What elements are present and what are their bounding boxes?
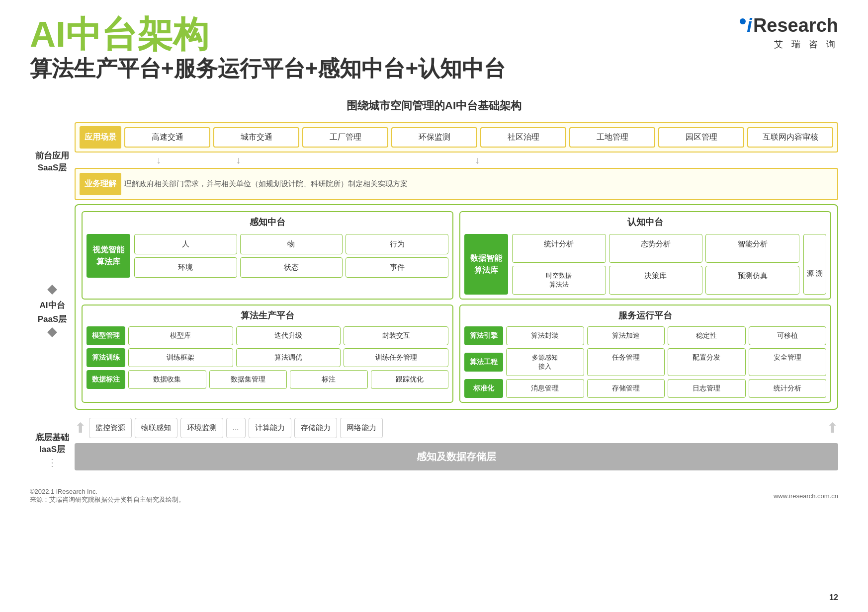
cognition-grid: 统计分析 态势分析 智能分析 时空数据算法法 决策库 预测仿真 bbox=[512, 234, 799, 295]
arrow-down-9 bbox=[758, 154, 834, 166]
page-number: 12 bbox=[829, 593, 838, 602]
arrow-down-4 bbox=[359, 154, 436, 166]
scene-item-1: 高速交通 bbox=[124, 127, 210, 148]
iaas-storage-layer: 感知及数据存储层 bbox=[75, 443, 838, 470]
business-row: 业务理解 理解政府相关部门需求，并与相关单位（如规划设计院、科研院所）制定相关实… bbox=[75, 168, 838, 200]
saas-layer: 应用场景 高速交通 城市交通 工厂管理 环保监测 社区治理 工地管理 园区管理 … bbox=[75, 122, 838, 200]
cognition-platform: 认知中台 数据智能算法库 统计分析 态势分析 智能分析 时空数据算法法 决策库 … bbox=[459, 211, 831, 300]
label-base: 底层基础 bbox=[35, 432, 69, 444]
iaas-item-6: 网络能力 bbox=[340, 418, 383, 438]
train-item-1: 训练框架 bbox=[128, 348, 233, 367]
iaas-section: ⬆ 监控资源 物联感知 环境监测 ... 计算能力 存储能力 网络能力 ⬆ 感知… bbox=[75, 416, 838, 470]
label-items: 数据收集 数据集管理 标注 跟踪优化 bbox=[128, 370, 448, 389]
scene-item-8: 互联网内容审核 bbox=[747, 127, 833, 148]
perception-cell-4: 环境 bbox=[134, 257, 237, 278]
source-text: 来源：艾瑞咨询研究院根据公开资料自主研究及绘制。 bbox=[30, 495, 185, 504]
algo-eng-label: 算法工程 bbox=[464, 353, 503, 372]
scene-item-7: 园区管理 bbox=[658, 127, 744, 148]
engine-item-4: 可移植 bbox=[749, 326, 827, 345]
engine-item-2: 算法加速 bbox=[587, 326, 665, 345]
label-paas: AI中台 PaaS层 bbox=[30, 202, 75, 420]
logo-dot-icon bbox=[740, 18, 746, 24]
std-item-2: 存储管理 bbox=[587, 379, 665, 398]
std-items: 消息管理 存储管理 日志管理 统计分析 bbox=[506, 379, 826, 398]
cog-cell-3: 智能分析 bbox=[705, 234, 799, 263]
algo-engine-label: 算法引擎 bbox=[464, 326, 503, 345]
service-row-2: 算法工程 多源感知接入 任务管理 配置分发 安全管理 bbox=[464, 348, 826, 376]
business-content: 理解政府相关部门需求，并与相关单位（如规划设计院、科研院所）制定相关实现方案 bbox=[124, 179, 833, 189]
footer-website: www.iresearch.com.cn bbox=[774, 492, 838, 500]
service-row-3: 标准化 消息管理 存储管理 日志管理 统计分析 bbox=[464, 379, 826, 398]
iaas-top-row: ⬆ 监控资源 物联感知 环境监测 ... 计算能力 存储能力 网络能力 ⬆ bbox=[75, 416, 838, 440]
label-front-app: 前台应用 bbox=[35, 150, 69, 162]
label-saas-text: SaaS层 bbox=[38, 162, 67, 174]
service-title: 服务运行平台 bbox=[464, 309, 826, 321]
engine-item-1: 算法封装 bbox=[506, 326, 584, 345]
algo-prod-row-1: 模型管理 模型库 迭代升级 封装交互 bbox=[87, 326, 448, 345]
scene-item-3: 工厂管理 bbox=[302, 127, 388, 148]
arrow-down-3 bbox=[279, 154, 356, 166]
iaas-items: 监控资源 物联感知 环境监测 ... 计算能力 存储能力 网络能力 bbox=[89, 418, 824, 438]
label-paas-text: PaaS层 bbox=[38, 313, 67, 325]
diagram: 前台应用 SaaS层 AI中台 PaaS层 底层基础 IaaS层 ⋮ bbox=[30, 122, 838, 480]
logo-i: i bbox=[747, 15, 752, 36]
scene-item-5: 社区治理 bbox=[480, 127, 566, 148]
title-block: AI中台架构 算法生产平台+服务运行平台+感知中台+认知中台 bbox=[30, 15, 506, 93]
algo-eng-item-0: 多源感知接入 bbox=[506, 348, 584, 376]
arrow-down-8 bbox=[678, 154, 755, 166]
std-item-4: 统计分析 bbox=[749, 379, 827, 398]
algo-train-label: 算法训练 bbox=[87, 348, 125, 367]
iaas-arrow-right: ⬆ bbox=[827, 420, 838, 436]
label-saas: 前台应用 SaaS层 bbox=[30, 122, 75, 202]
perception-inner: 视觉智能算法库 人 物 行为 环境 状态 事件 bbox=[87, 234, 448, 278]
cog-cell-2: 态势分析 bbox=[609, 234, 703, 263]
algo-eng-item-1: 任务管理 bbox=[587, 348, 665, 376]
page: AI中台架构 算法生产平台+服务运行平台+感知中台+认知中台 i Researc… bbox=[0, 0, 868, 612]
algo-production-title: 算法生产平台 bbox=[87, 309, 448, 321]
label-item-3: 标注 bbox=[290, 370, 368, 389]
cog-cell-5: 决策库 bbox=[609, 266, 703, 295]
arrow-down-1: ↓ bbox=[120, 154, 197, 166]
cognition-inner: 数据智能算法库 统计分析 态势分析 智能分析 时空数据算法法 决策库 预测仿真 … bbox=[464, 234, 826, 295]
diamond-icon-2 bbox=[47, 328, 57, 338]
label-iaas: 底层基础 IaaS层 ⋮ bbox=[30, 420, 75, 480]
model-item-2: 迭代升级 bbox=[236, 326, 341, 345]
algo-eng-item-3: 安全管理 bbox=[749, 348, 827, 376]
left-labels: 前台应用 SaaS层 AI中台 PaaS层 底层基础 IaaS层 ⋮ bbox=[30, 122, 75, 480]
logo-area: i Research 艾 瑞 咨 询 bbox=[740, 15, 838, 50]
train-item-3: 训练任务管理 bbox=[344, 348, 448, 367]
scene-item-6: 工地管理 bbox=[569, 127, 655, 148]
main-title: AI中台架构 bbox=[30, 15, 506, 54]
std-item-1: 消息管理 bbox=[506, 379, 584, 398]
model-item-1: 模型库 bbox=[128, 326, 233, 345]
engine-item-3: 稳定性 bbox=[668, 326, 746, 345]
paas-top-row: 感知中台 视觉智能算法库 人 物 行为 环境 状态 事件 bbox=[82, 211, 831, 300]
logo-chinese: 艾 瑞 咨 询 bbox=[774, 38, 838, 50]
label-item-4: 跟踪优化 bbox=[371, 370, 449, 389]
train-item-2: 算法调优 bbox=[236, 348, 341, 367]
iaas-item-4: 计算能力 bbox=[249, 418, 291, 438]
paas-bottom-row: 算法生产平台 模型管理 模型库 迭代升级 封装交互 算法训练 bbox=[82, 305, 831, 403]
section-title: 围绕城市空间管理的AI中台基础架构 bbox=[30, 98, 838, 113]
business-label: 业务理解 bbox=[80, 173, 121, 195]
service-row-1: 算法引擎 算法封装 算法加速 稳定性 可移植 bbox=[464, 326, 826, 345]
model-items: 模型库 迭代升级 封装交互 bbox=[128, 326, 448, 345]
data-label-label: 数据标注 bbox=[87, 370, 125, 389]
std-item-3: 日志管理 bbox=[668, 379, 746, 398]
standardize-label: 标准化 bbox=[464, 379, 503, 398]
vision-algo-lib: 视觉智能算法库 bbox=[87, 234, 130, 278]
cog-cell-4: 时空数据算法法 bbox=[512, 266, 606, 295]
engine-items: 算法封装 算法加速 稳定性 可移植 bbox=[506, 326, 826, 345]
subtitle: 算法生产平台+服务运行平台+感知中台+认知中台 bbox=[30, 54, 506, 83]
perception-title: 感知中台 bbox=[87, 216, 448, 228]
perception-cell-5: 状态 bbox=[240, 257, 343, 278]
app-scene-row: 应用场景 高速交通 城市交通 工厂管理 环保监测 社区治理 工地管理 园区管理 … bbox=[75, 122, 838, 153]
perception-cell-1: 人 bbox=[134, 234, 237, 254]
iaas-item-3: 环境监测 bbox=[180, 418, 223, 438]
arrow-down-2: ↓ bbox=[200, 154, 276, 166]
logo-research: Research bbox=[753, 15, 838, 36]
copyright-text: ©2022.1 iResearch Inc. bbox=[30, 488, 185, 495]
iaas-arrow-left: ⬆ bbox=[75, 420, 86, 436]
scene-item-4: 环保监测 bbox=[391, 127, 477, 148]
app-scene-label: 应用场景 bbox=[80, 126, 121, 149]
